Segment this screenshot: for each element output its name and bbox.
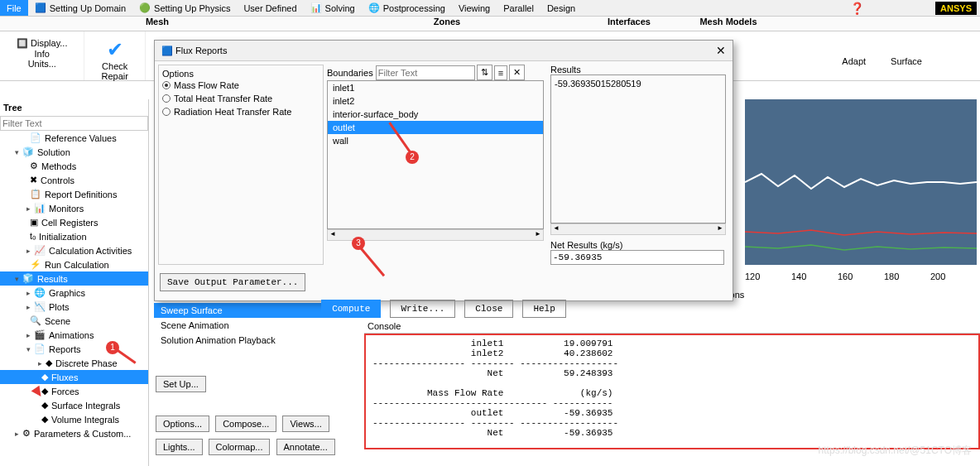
help-button[interactable]: Help [522, 300, 565, 318]
tree-item[interactable]: ▾🧊Solution [0, 145, 148, 159]
console-panel: Console inlet1 19.009791 inlet2 40.23860… [364, 319, 980, 461]
filter-select-icon[interactable]: ≡ [494, 65, 507, 80]
tree-item[interactable]: ▸📉Plots [0, 300, 148, 314]
tree-item[interactable]: ▸⚙Parameters & Custom... [0, 426, 148, 440]
tree-item[interactable]: ◆Forces [0, 384, 148, 398]
group-interfaces: Interfaces [579, 17, 679, 31]
ribbon-groups: Mesh Zones Interfaces Mesh Models [0, 17, 980, 31]
console-title: Console [364, 319, 980, 334]
boundaries-label: Boundaries [327, 68, 373, 78]
compute-button[interactable]: Compute [321, 300, 381, 318]
tab-physics[interactable]: 🟢Setting Up Physics [132, 0, 237, 16]
tb-display[interactable]: 🔲 Display... Info Units... [0, 31, 84, 80]
tree-item[interactable]: ▾🧊Results [0, 271, 148, 286]
tree-item[interactable]: 📄Reference Values [0, 131, 148, 145]
tb-adapt[interactable]: Adapt [842, 56, 866, 66]
setup-button[interactable]: Set Up... [156, 376, 206, 392]
tree-item[interactable]: ▾📄Reports [0, 342, 148, 356]
svg-text:120: 120 [745, 271, 760, 281]
write-button[interactable]: Write... [390, 300, 455, 318]
brand-logo: ANSYS [935, 2, 977, 15]
tree-title: Tree [0, 99, 148, 116]
radio-option[interactable]: Mass Flow Rate [162, 79, 319, 92]
annotation-badge-1: 1 [106, 341, 119, 354]
tree-item[interactable]: 📋Report Definitions [0, 187, 148, 201]
svg-text:200: 200 [930, 271, 945, 281]
results-label: Results [550, 65, 726, 74]
options-button[interactable]: Options... [156, 416, 209, 432]
filter-sort-icon[interactable]: ⇅ [477, 65, 492, 80]
results-box: -59.36935015280519 [550, 74, 726, 223]
filter-clear-icon[interactable]: ✕ [509, 65, 525, 80]
tab-solving[interactable]: 📊Solving [304, 0, 362, 16]
options-group: Options Mass Flow RateTotal Heat Transfe… [158, 65, 324, 265]
compose-button[interactable]: Compose... [215, 416, 276, 432]
tree-item[interactable]: ▣Cell Registers [0, 215, 148, 229]
tree-item[interactable]: ▸📈Calculation Activities [0, 243, 148, 257]
tb-check[interactable]: ✔ Check Repair [84, 31, 145, 80]
tree-item[interactable]: ⚡Run Calculation [0, 257, 148, 271]
group-mesh: Mesh [0, 17, 315, 31]
tab-domain[interactable]: 🟦Setting Up Domain [28, 0, 132, 16]
tab-post[interactable]: 🌐Postprocessing [362, 0, 452, 16]
flux-reports-dialog: 🟦 Flux Reports ✕ Options Mass Flow RateT… [154, 40, 733, 301]
result-value: -59.36935015280519 [555, 79, 722, 89]
tree-item[interactable]: ▸🎬Animations [0, 328, 148, 342]
boundary-item[interactable]: wall [328, 134, 543, 147]
results-scroll[interactable] [550, 223, 726, 235]
outline-tree[interactable]: 📄Reference Values▾🧊Solution ⚙Methods ✖Co… [0, 131, 148, 440]
tree-item[interactable]: ⚙Methods [0, 159, 148, 173]
annotation-badge-2: 2 [406, 151, 419, 164]
check-icon: ✔ [101, 38, 127, 61]
close-icon[interactable]: ✕ [716, 44, 726, 57]
group-zones: Zones [315, 17, 579, 31]
svg-text:140: 140 [791, 271, 806, 281]
task-list-panel: Sweep Surface Scene Animation Solution A… [154, 303, 361, 459]
top-tabs: File 🟦Setting Up Domain 🟢Setting Up Phys… [0, 0, 980, 17]
svg-text:180: 180 [884, 271, 899, 281]
tree-item[interactable]: ◆Surface Integrals [0, 398, 148, 412]
boundaries-filter-input[interactable] [376, 65, 475, 80]
lights-button[interactable]: Lights... [156, 439, 203, 455]
boundaries-list[interactable]: inlet1inlet2interior-surface_bodyoutletw… [327, 80, 544, 229]
tb-surface[interactable]: Surface [891, 56, 922, 66]
tree-item[interactable]: ▸📊Monitors [0, 201, 148, 215]
close-button[interactable]: Close [464, 300, 513, 318]
console-output: inlet1 19.009791 inlet2 40.238602 ------… [364, 334, 980, 449]
boundary-item[interactable]: inlet2 [328, 94, 543, 108]
boundary-item[interactable]: interior-surface_body [328, 108, 543, 121]
tab-design[interactable]: Design [540, 0, 582, 16]
dialog-icon: 🟦 [161, 46, 173, 55]
boundary-item[interactable]: outlet [328, 121, 543, 134]
annotate-button[interactable]: Annotate... [276, 439, 335, 455]
group-meshmodels: Mesh Models [679, 17, 778, 31]
residuals-chart: 120 140 160 180 200 ations [745, 99, 977, 298]
task-sol-anim[interactable]: Solution Animation Playback [154, 333, 361, 348]
tree-filter-input[interactable] [0, 116, 148, 131]
annotation-badge-3: 3 [352, 237, 365, 250]
boundary-item[interactable]: inlet1 [328, 81, 543, 94]
views-button[interactable]: Views... [282, 416, 329, 432]
tree-item[interactable]: t₀Initialization [0, 229, 148, 243]
options-label: Options [162, 69, 319, 79]
dialog-title: Flux Reports [175, 46, 227, 55]
save-output-button[interactable]: Save Output Parameter... [160, 273, 305, 291]
tree-item[interactable]: ◆Fluxes [0, 370, 148, 384]
colormap-button[interactable]: Colormap... [209, 439, 271, 455]
net-results-output [550, 250, 724, 265]
tab-viewing[interactable]: Viewing [452, 0, 497, 16]
outline-tree-panel: Tree 📄Reference Values▾🧊Solution ⚙Method… [0, 99, 149, 466]
tab-file[interactable]: File [0, 0, 28, 16]
radio-option[interactable]: Total Heat Transfer Rate [162, 92, 319, 105]
tree-item[interactable]: 🔍Scene [0, 314, 148, 328]
svg-text:160: 160 [838, 271, 853, 281]
help-icon[interactable]: ❓ [850, 2, 864, 15]
tree-item[interactable]: ✖Controls [0, 173, 148, 187]
net-results-label: Net Results (kg/s) [550, 240, 726, 250]
tab-parallel[interactable]: Parallel [497, 0, 540, 16]
tab-userdef[interactable]: User Defined [237, 0, 303, 16]
tree-item[interactable]: ▸🌐Graphics [0, 286, 148, 300]
radio-option[interactable]: Radiation Heat Transfer Rate [162, 105, 319, 118]
tree-item[interactable]: ◆Volume Integrals [0, 412, 148, 426]
watermark: https://blog.csdn.net/@51CTO博客 [819, 444, 972, 458]
